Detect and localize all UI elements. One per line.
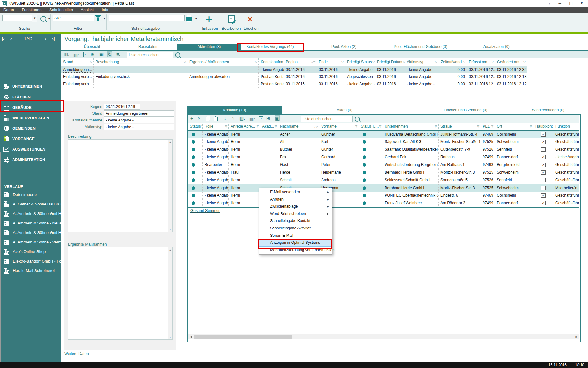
menu-item-anzeigen-in-optimal-systems[interactable]: Anzeigen in Optimal Systems xyxy=(259,239,332,247)
search-input[interactable] xyxy=(2,15,34,21)
verlauf-item[interactable]: Aze's Online-Shop xyxy=(0,248,61,256)
tab-zusatzdaten[interactable]: Zusatzdaten (0) xyxy=(483,44,510,50)
filter-funnel-icon[interactable]: ▽ xyxy=(90,60,92,63)
verlauf-item[interactable]: A. Gather & Söhne Bau KG xyxy=(0,200,61,208)
beschreibung-textarea[interactable]: ▲▼ xyxy=(68,139,173,232)
menu-ansicht[interactable]: Ansicht xyxy=(77,7,97,13)
nav-previous-icon[interactable]: ‹ xyxy=(10,35,12,43)
filter-funnel-icon[interactable]: ▽ xyxy=(372,60,375,63)
loeschen-x-icon[interactable]: × xyxy=(247,15,252,24)
horizontal-scrollbar[interactable]: ◀ ▶ xyxy=(188,334,579,339)
contacts-search-input[interactable] xyxy=(301,116,353,122)
contact-row[interactable]: - keine Angab... Frau Herde Heidemarie B… xyxy=(188,169,579,177)
column-header[interactable]: Zeitaufwand▽ xyxy=(439,58,467,65)
fit-columns-icon[interactable]: ▣ xyxy=(99,52,104,57)
contact-row[interactable]: Bearbeiter Herrn Gast Peter Wirtschaftsf… xyxy=(188,161,579,169)
menu-item-anrufen[interactable]: Anrufen▶ xyxy=(259,196,332,203)
column-header[interactable]: Erfasst am▽ xyxy=(467,58,495,65)
remove-column-icon[interactable]: ▥× xyxy=(74,52,79,58)
filter-funnel-icon[interactable]: ▽ xyxy=(184,60,186,63)
hauptkontakt-checkbox[interactable]: ✓ xyxy=(541,132,546,137)
column-header[interactable]: Erledigt Status▽ xyxy=(345,58,375,65)
activity-row[interactable]: Einladung vorb... Einladung verschickt A… xyxy=(61,73,527,81)
column-header[interactable]: Vorname▽ xyxy=(319,123,359,130)
print-caret-icon[interactable]: ▾ xyxy=(195,17,197,20)
scroll-up-icon[interactable]: ▲ xyxy=(168,140,172,144)
menu-item-zwischenablage[interactable]: Zwischenablage▶ xyxy=(259,203,332,210)
column-header[interactable]: Erledigt Datum▽ xyxy=(375,58,405,65)
tab-akten[interactable]: Akten (0) xyxy=(337,106,352,114)
sidebar-scroll-strip[interactable] xyxy=(0,152,1,362)
tab-kontakte-des-vorgangs[interactable]: Kontakte des Vorgangs (44) xyxy=(247,44,294,50)
kontaktaufnahme-input[interactable] xyxy=(104,117,174,123)
scroll-left-icon[interactable]: ◀ xyxy=(188,334,194,339)
menu-item-schnelleingabe-aktivitaet[interactable]: Schnelleingabe Aktivität xyxy=(259,225,332,232)
bearbeiten-edit-icon[interactable] xyxy=(228,15,235,23)
scroll-down-icon[interactable]: ▼ xyxy=(168,227,172,232)
filter-funnel-icon[interactable]: ▽ xyxy=(255,60,257,63)
column-header[interactable]: Kontaktaufna...▽ xyxy=(259,58,284,65)
menu-item-serien-email[interactable]: Serien-E-Mail xyxy=(259,232,332,240)
column-header[interactable]: Ort▽ xyxy=(495,123,533,130)
filter-funnel-icon[interactable]: ▽ xyxy=(355,125,357,128)
weitere-daten-link[interactable]: Weitere Daten xyxy=(64,351,89,356)
menu-item-schnelleingabe-kontakt[interactable]: Schnelleingabe Kontakt xyxy=(259,217,332,225)
menu-item-mehrfachzuordnung[interactable]: Mehrfachzuordnung von Freien Listen xyxy=(259,247,332,254)
filter-funnel-icon[interactable] xyxy=(95,15,101,21)
menu-item-email-versenden[interactable]: E-Mail versenden▶ xyxy=(259,189,332,196)
column-chooser-icon[interactable]: ▥▾ xyxy=(64,52,69,58)
contact-row[interactable]: - keine Angab... Herrn Alt Karl Sägewerk… xyxy=(188,138,579,146)
column-header[interactable]: Stand▽ xyxy=(61,58,94,65)
refresh-icon[interactable]: ↻ xyxy=(108,52,112,57)
list-menu-icon[interactable]: ≡▾ xyxy=(116,52,120,58)
scrollbar[interactable]: ▲▼ xyxy=(168,140,172,232)
paste-icon[interactable] xyxy=(214,117,218,121)
contact-row[interactable]: - keine Angab... Herrn Acher Günther Hus… xyxy=(188,130,579,139)
nav-first-icon[interactable]: |‹ xyxy=(2,35,5,43)
menu-info[interactable]: Info xyxy=(98,7,112,13)
column-header[interactable]: PLZ▽ xyxy=(481,123,495,130)
window-resize-icon[interactable]: ↔ xyxy=(543,0,554,7)
filter-funnel-icon[interactable]: ▽ xyxy=(225,125,227,128)
excel-export-icon[interactable]: x xyxy=(83,52,87,57)
filter-input[interactable] xyxy=(53,15,94,21)
search-dropdown-icon[interactable]: ▼ xyxy=(32,15,37,22)
erfassen-label[interactable]: Erfassen xyxy=(198,26,222,31)
filter-funnel-icon[interactable]: ▽ xyxy=(379,125,381,128)
table-sum-icon[interactable]: ⊞ xyxy=(91,52,95,57)
remove-column-icon[interactable]: ▥× xyxy=(249,116,255,122)
contact-row[interactable]: - keine Angab... Herrn Büttner Günter Sa… xyxy=(188,146,579,154)
menu-daten[interactable]: Daten xyxy=(0,7,17,13)
scroll-up-icon[interactable]: ▲ xyxy=(168,247,172,252)
hauptkontakt-checkbox[interactable] xyxy=(541,147,546,152)
verlauf-item[interactable]: Elektro-Bandorf GmbH - Förde... xyxy=(0,257,61,265)
column-header[interactable]: Ende▽ xyxy=(317,58,345,65)
contact-row[interactable]: - keine Angab... Herrn Josef Franz Josef… xyxy=(188,199,579,207)
sidebar-item-flaechen[interactable]: FLÄCHEN xyxy=(0,93,61,102)
menu-schnittstellen[interactable]: Schnittstellen xyxy=(46,7,76,13)
column-header[interactable]: Unternehmen▽ xyxy=(383,123,439,130)
excel-export-icon[interactable]: x xyxy=(259,116,263,121)
filter-funnel-icon[interactable]: ▽ xyxy=(530,125,532,128)
sidebar-item-gebaeude[interactable]: GEBÄUDE xyxy=(0,103,61,112)
scroll-down-icon[interactable]: ▼ xyxy=(168,335,172,339)
hauptkontakt-checkbox[interactable]: ✓ xyxy=(541,155,546,159)
sidebar-item-auswertungen[interactable]: AUSWERTUNGEN xyxy=(0,145,61,154)
menu-item-word-brief-schreiben[interactable]: Word-Brief schreiben▶ xyxy=(259,210,332,218)
column-header[interactable]: Funktion xyxy=(553,123,579,130)
verlauf-item[interactable]: A. Amrhein & Söhne GmbH xyxy=(0,210,61,218)
hauptkontakt-checkbox[interactable]: ✓ xyxy=(541,170,546,175)
print-icon[interactable] xyxy=(186,17,192,21)
column-header[interactable]: Rolle▽ xyxy=(203,123,229,130)
filter-funnel-icon[interactable]: ▽ xyxy=(257,125,259,128)
hauptkontakt-checkbox[interactable]: ✓ xyxy=(541,201,546,205)
column-chooser-icon[interactable]: ▥▾ xyxy=(239,116,245,122)
tab-aktivitaeten[interactable]: Aktivitäten (3) xyxy=(177,44,241,50)
scrollbar-thumb[interactable] xyxy=(194,335,292,339)
hauptkontakt-checkbox[interactable]: ✓ xyxy=(541,140,546,144)
verlauf-item[interactable]: A. Amrhein & Söhne - Neue Pr... xyxy=(0,219,61,227)
aktionstyp-input[interactable] xyxy=(104,124,174,130)
window-minimize-icon[interactable]: ─ xyxy=(554,0,565,7)
add-icon[interactable]: + xyxy=(190,116,193,121)
column-header[interactable]: Ergebnis / Maßnahmen▽ xyxy=(187,58,259,65)
